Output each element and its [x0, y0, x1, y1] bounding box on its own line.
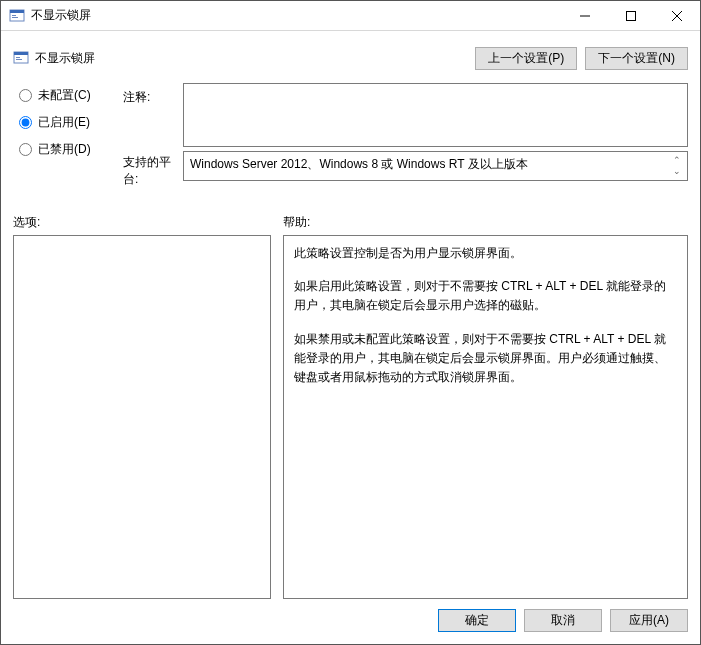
svg-rect-1	[10, 10, 24, 13]
radio-disabled-label: 已禁用(D)	[38, 141, 91, 158]
radio-enabled[interactable]: 已启用(E)	[19, 114, 123, 131]
svg-rect-2	[12, 15, 16, 16]
field-values: Windows Server 2012、Windows 8 或 Windows …	[183, 83, 688, 181]
minimize-button[interactable]	[562, 1, 608, 31]
help-label: 帮助:	[283, 214, 310, 231]
comment-textarea[interactable]	[183, 83, 688, 147]
supported-label: 支持的平台:	[123, 154, 183, 188]
panels: 此策略设置控制是否为用户显示锁屏界面。 如果启用此策略设置，则对于不需要按 CT…	[13, 235, 688, 599]
section-labels: 选项: 帮助:	[13, 214, 688, 231]
config-grid: 未配置(C) 已启用(E) 已禁用(D) 注释: 支持的平台: Windows …	[13, 83, 688, 188]
policy-icon	[13, 50, 29, 66]
dialog-footer: 确定 取消 应用(A)	[13, 599, 688, 632]
header-row: 不显示锁屏 上一个设置(P) 下一个设置(N)	[13, 39, 688, 77]
svg-rect-3	[12, 17, 18, 18]
options-panel[interactable]	[13, 235, 271, 599]
previous-setting-button[interactable]: 上一个设置(P)	[475, 47, 577, 70]
close-button[interactable]	[654, 1, 700, 31]
content: 不显示锁屏 上一个设置(P) 下一个设置(N) 未配置(C) 已启用(E) 已禁…	[1, 31, 700, 644]
radio-not-configured-label: 未配置(C)	[38, 87, 91, 104]
maximize-button[interactable]	[608, 1, 654, 31]
radio-disabled-input[interactable]	[19, 143, 32, 156]
supported-on-box: Windows Server 2012、Windows 8 或 Windows …	[183, 151, 688, 181]
options-label: 选项:	[13, 214, 283, 231]
cancel-button[interactable]: 取消	[524, 609, 602, 632]
svg-rect-8	[16, 59, 22, 60]
supported-on-text: Windows Server 2012、Windows 8 或 Windows …	[190, 156, 528, 173]
titlebar: 不显示锁屏	[1, 1, 700, 31]
help-paragraph: 此策略设置控制是否为用户显示锁屏界面。	[294, 244, 677, 263]
window-icon	[9, 8, 25, 24]
state-radios: 未配置(C) 已启用(E) 已禁用(D)	[13, 83, 123, 158]
next-setting-button[interactable]: 下一个设置(N)	[585, 47, 688, 70]
help-paragraph: 如果禁用或未配置此策略设置，则对于不需要按 CTRL + ALT + DEL 就…	[294, 330, 677, 388]
svg-rect-4	[627, 11, 636, 20]
radio-enabled-input[interactable]	[19, 116, 32, 129]
field-labels: 注释: 支持的平台:	[123, 83, 183, 188]
policy-heading: 不显示锁屏	[35, 50, 95, 67]
help-panel[interactable]: 此策略设置控制是否为用户显示锁屏界面。 如果启用此策略设置，则对于不需要按 CT…	[283, 235, 688, 599]
svg-rect-7	[16, 57, 20, 58]
radio-disabled[interactable]: 已禁用(D)	[19, 141, 123, 158]
radio-enabled-label: 已启用(E)	[38, 114, 90, 131]
scroll-arrows-icon[interactable]: ⌃⌄	[673, 156, 681, 176]
help-paragraph: 如果启用此策略设置，则对于不需要按 CTRL + ALT + DEL 就能登录的…	[294, 277, 677, 315]
svg-rect-6	[14, 52, 28, 55]
window-title: 不显示锁屏	[31, 7, 91, 24]
comment-label: 注释:	[123, 83, 183, 106]
radio-not-configured[interactable]: 未配置(C)	[19, 87, 123, 104]
radio-not-configured-input[interactable]	[19, 89, 32, 102]
ok-button[interactable]: 确定	[438, 609, 516, 632]
apply-button[interactable]: 应用(A)	[610, 609, 688, 632]
